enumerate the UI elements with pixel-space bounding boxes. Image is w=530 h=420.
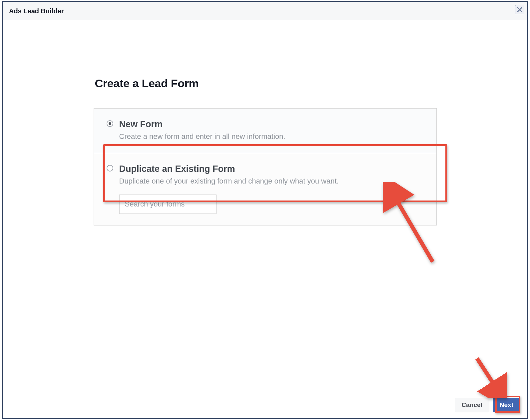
modal-title: Ads Lead Builder [9,7,64,15]
next-button[interactable]: Next [493,398,520,412]
modal-header: Ads Lead Builder [3,2,527,20]
ads-lead-builder-modal: Ads Lead Builder Create a Lead Form New … [2,1,528,419]
content: Create a Lead Form New Form Create a new… [94,77,437,392]
option-duplicate-form[interactable]: Duplicate an Existing Form Duplicate one… [94,153,437,226]
option-text: Duplicate an Existing Form Duplicate one… [119,164,424,214]
option-desc-duplicate: Duplicate one of your existing form and … [119,176,424,186]
option-row: New Form Create a new form and enter in … [107,119,424,142]
close-button[interactable] [515,5,524,14]
cancel-button[interactable]: Cancel [455,398,489,412]
option-text: New Form Create a new form and enter in … [119,119,285,142]
option-label-new-form: New Form [119,119,285,130]
radio-duplicate-form[interactable] [107,165,113,172]
radio-new-form[interactable] [107,120,113,127]
option-desc-new-form: Create a new form and enter in all new i… [119,132,285,142]
option-new-form[interactable]: New Form Create a new form and enter in … [94,108,437,153]
page-title: Create a Lead Form [95,77,437,90]
close-icon [517,7,522,12]
modal-footer: Cancel Next [3,392,527,418]
option-label-duplicate: Duplicate an Existing Form [119,164,424,174]
modal-body: Create a Lead Form New Form Create a new… [3,20,527,392]
option-row: Duplicate an Existing Form Duplicate one… [107,164,424,214]
search-forms-input[interactable] [119,195,217,214]
